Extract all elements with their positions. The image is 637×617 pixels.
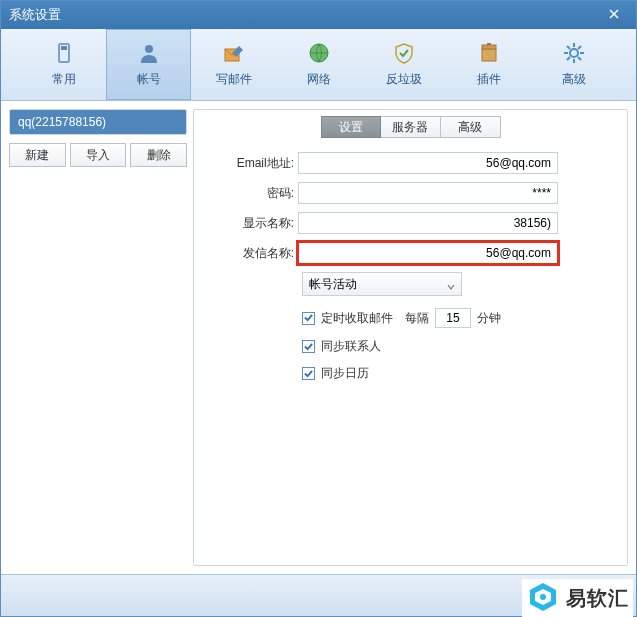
sync-calendar-checkbox[interactable] [302,367,315,380]
chevron-down-icon [447,280,455,288]
checkbox-group: 定时收取邮件 每隔 分钟 同步联系人 [302,308,619,382]
password-input[interactable] [298,182,558,204]
subtab-settings[interactable]: 设置 [321,116,381,138]
tool-spam-label: 反垃圾 [386,71,422,88]
svg-rect-5 [482,49,496,61]
network-icon [307,41,331,65]
settings-window: 系统设置 常用 帐号 写邮件 [0,0,637,617]
dropdown-label: 帐号活动 [309,276,357,293]
check-icon [304,311,313,325]
tool-common-label: 常用 [52,71,76,88]
watermark: 易软汇 [522,579,633,617]
check-icon [304,367,313,381]
fetch-checkbox[interactable] [302,312,315,325]
account-label: qq(2215788156) [18,115,106,129]
subtab-advanced[interactable]: 高级 [441,116,501,138]
watermark-logo-icon [526,581,560,615]
account-buttons: 新建 导入 删除 [9,143,187,167]
svg-rect-7 [487,43,491,45]
account-list[interactable]: qq(2215788156) [9,109,187,135]
sync-contacts-checkbox[interactable] [302,340,315,353]
sender-name-input[interactable] [298,242,558,264]
tool-compose-label: 写邮件 [216,71,252,88]
compose-icon [222,41,246,65]
check-icon [304,340,313,354]
tool-account-label: 帐号 [137,71,161,88]
tool-plugin[interactable]: 插件 [446,29,531,100]
account-icon [137,41,161,65]
tool-advanced-label: 高级 [562,71,586,88]
titlebar: 系统设置 [1,1,636,29]
password-label: 密码: [202,185,298,202]
tool-account[interactable]: 帐号 [106,29,191,100]
tool-network[interactable]: 网络 [276,29,361,100]
account-activity-dropdown[interactable]: 帐号活动 [302,272,462,296]
main-toolbar: 常用 帐号 写邮件 网络 反垃圾 [1,29,636,101]
sync-calendar-label: 同步日历 [321,365,369,382]
minutes-unit: 分钟 [477,310,501,327]
advanced-icon [562,41,586,65]
new-account-button[interactable]: 新建 [9,143,66,167]
close-icon [609,8,619,22]
svg-point-8 [570,49,578,57]
display-name-input[interactable] [298,212,558,234]
close-button[interactable] [600,5,628,25]
tool-advanced[interactable]: 高级 [531,29,616,100]
tool-spam[interactable]: 反垃圾 [361,29,446,100]
every-label: 每隔 [405,310,429,327]
email-input[interactable] [298,152,558,174]
common-icon [52,41,76,65]
fetch-label: 定时收取邮件 [321,310,393,327]
watermark-text: 易软汇 [566,585,629,612]
plugin-icon [477,41,501,65]
account-row[interactable]: qq(2215788156) [10,110,186,134]
sync-contacts-label: 同步联系人 [321,338,381,355]
window-title: 系统设置 [9,6,61,24]
sender-name-label: 发信名称: [202,245,298,262]
email-label: Email地址: [202,155,298,172]
svg-rect-6 [482,45,496,49]
svg-point-2 [145,45,153,53]
import-account-button[interactable]: 导入 [70,143,127,167]
body-area: qq(2215788156) 新建 导入 删除 设置 服务器 高级 [1,101,636,574]
svg-rect-1 [61,46,67,50]
spam-icon [392,41,416,65]
svg-point-9 [540,594,546,600]
account-form: Email地址: 密码: 显示名称: 发信名称: [202,152,619,264]
subtab-server[interactable]: 服务器 [381,116,441,138]
delete-account-button[interactable]: 删除 [130,143,187,167]
minutes-input[interactable] [435,308,471,328]
tool-plugin-label: 插件 [477,71,501,88]
subtabs: 设置 服务器 高级 [202,116,619,138]
tool-compose[interactable]: 写邮件 [191,29,276,100]
tool-common[interactable]: 常用 [21,29,106,100]
settings-panel: 设置 服务器 高级 Email地址: 密码: 显示名称: [193,109,628,566]
tool-network-label: 网络 [307,71,331,88]
display-name-label: 显示名称: [202,215,298,232]
